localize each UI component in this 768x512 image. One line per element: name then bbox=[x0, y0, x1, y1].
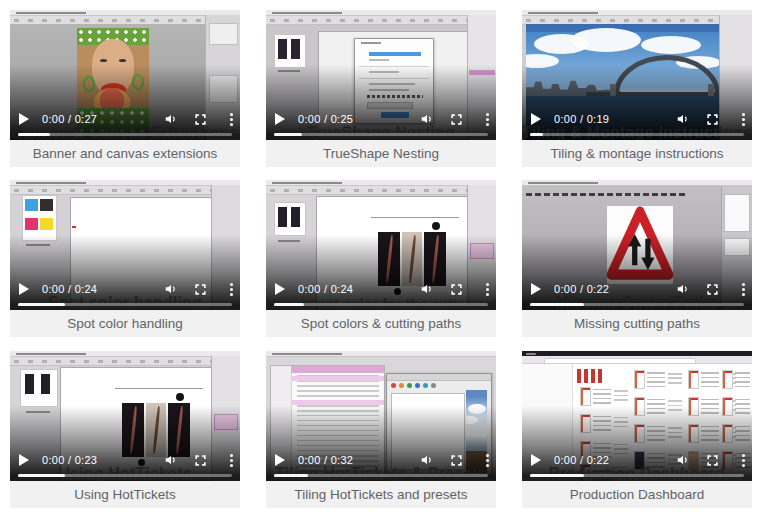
progress-bar[interactable] bbox=[274, 133, 488, 136]
video-caption: Tiling HotTickets and presets bbox=[266, 481, 496, 508]
more-options-icon[interactable] bbox=[482, 111, 492, 127]
progress-bar[interactable] bbox=[530, 133, 744, 136]
video-caption: Spot color handling bbox=[10, 310, 240, 337]
play-icon[interactable] bbox=[531, 283, 541, 295]
video-caption: TrueShape Nesting bbox=[266, 140, 496, 167]
progress-bar[interactable] bbox=[530, 474, 744, 477]
more-options-icon[interactable] bbox=[226, 452, 236, 468]
more-options-icon[interactable] bbox=[738, 111, 748, 127]
time-display: 0:00 / 0:23 bbox=[42, 454, 97, 466]
video-card: TrueShape Nesting 0:00 / 0:25 TrueShape … bbox=[266, 10, 496, 167]
video-player[interactable]: Tiling & Montage Instructions 0:00 / 0:1… bbox=[522, 10, 752, 140]
video-player[interactable]: Banner & Canvas Extensions 0:00 / 0:27 bbox=[10, 10, 240, 140]
fullscreen-icon[interactable] bbox=[449, 453, 464, 468]
video-player[interactable]: Missing Cutter Paths 0:00 / 0:22 bbox=[522, 180, 752, 310]
time-display: 0:00 / 0:27 bbox=[42, 113, 97, 125]
volume-icon[interactable] bbox=[163, 453, 178, 468]
volume-icon[interactable] bbox=[675, 453, 690, 468]
video-player[interactable]: Spot color handling 0:00 / 0:24 bbox=[10, 180, 240, 310]
time-display: 0:00 / 0:24 bbox=[298, 283, 353, 295]
video-caption: Production Dashboard bbox=[522, 481, 752, 508]
play-icon[interactable] bbox=[275, 283, 285, 295]
play-icon[interactable] bbox=[275, 113, 285, 125]
time-display: 0:00 / 0:24 bbox=[42, 283, 97, 295]
progress-bar[interactable] bbox=[530, 303, 744, 306]
video-card: Missing Cutter Paths 0:00 / 0:22 Missing… bbox=[522, 180, 752, 337]
fullscreen-icon[interactable] bbox=[705, 453, 720, 468]
video-player[interactable]: TrueShape Nesting 0:00 / 0:25 bbox=[266, 10, 496, 140]
fullscreen-icon[interactable] bbox=[705, 112, 720, 127]
video-caption: Banner and canvas extensions bbox=[10, 140, 240, 167]
volume-icon[interactable] bbox=[675, 282, 690, 297]
more-options-icon[interactable] bbox=[738, 452, 748, 468]
fullscreen-icon[interactable] bbox=[193, 282, 208, 297]
progress-bar[interactable] bbox=[18, 133, 232, 136]
time-display: 0:00 / 0:32 bbox=[298, 454, 353, 466]
fullscreen-icon[interactable] bbox=[193, 112, 208, 127]
fullscreen-icon[interactable] bbox=[705, 282, 720, 297]
time-display: 0:00 / 0:22 bbox=[554, 283, 609, 295]
time-display: 0:00 / 0:25 bbox=[298, 113, 353, 125]
video-card: Use a spot color for the cutter path 0:0… bbox=[266, 180, 496, 337]
play-icon[interactable] bbox=[531, 454, 541, 466]
volume-icon[interactable] bbox=[419, 453, 434, 468]
play-icon[interactable] bbox=[531, 113, 541, 125]
volume-icon[interactable] bbox=[419, 112, 434, 127]
time-display: 0:00 / 0:22 bbox=[554, 454, 609, 466]
progress-bar[interactable] bbox=[18, 474, 232, 477]
video-player[interactable]: Using HotTickets 0:00 / 0:23 bbox=[10, 351, 240, 481]
progress-bar[interactable] bbox=[274, 303, 488, 306]
video-card: Production Dashboard 0:00 / 0:22 Product… bbox=[522, 351, 752, 508]
play-icon[interactable] bbox=[19, 283, 29, 295]
play-icon[interactable] bbox=[275, 454, 285, 466]
video-player[interactable]: Production Dashboard 0:00 / 0:22 bbox=[522, 351, 752, 481]
volume-icon[interactable] bbox=[675, 112, 690, 127]
video-card: Using HotTickets 0:00 / 0:23 Using HotTi… bbox=[10, 351, 240, 508]
video-caption: Spot colors & cutting paths bbox=[266, 310, 496, 337]
play-icon[interactable] bbox=[19, 454, 29, 466]
fullscreen-icon[interactable] bbox=[449, 282, 464, 297]
progress-bar[interactable] bbox=[18, 303, 232, 306]
progress-bar[interactable] bbox=[274, 474, 488, 477]
video-player[interactable]: Use a spot color for the cutter path 0:0… bbox=[266, 180, 496, 310]
video-player[interactable]: Tiling HotTickets & Presets 0:00 / 0:32 bbox=[266, 351, 496, 481]
volume-icon[interactable] bbox=[163, 282, 178, 297]
video-card: Tiling HotTickets & Presets 0:00 / 0:32 … bbox=[266, 351, 496, 508]
video-card: Tiling & Montage Instructions 0:00 / 0:1… bbox=[522, 10, 752, 167]
volume-icon[interactable] bbox=[163, 112, 178, 127]
more-options-icon[interactable] bbox=[482, 452, 492, 468]
time-display: 0:00 / 0:19 bbox=[554, 113, 609, 125]
more-options-icon[interactable] bbox=[738, 281, 748, 297]
volume-icon[interactable] bbox=[419, 282, 434, 297]
fullscreen-icon[interactable] bbox=[193, 453, 208, 468]
play-icon[interactable] bbox=[19, 113, 29, 125]
video-card: Spot color handling 0:00 / 0:24 Spot col… bbox=[10, 180, 240, 337]
more-options-icon[interactable] bbox=[482, 281, 492, 297]
more-options-icon[interactable] bbox=[226, 281, 236, 297]
video-caption: Tiling & montage instructions bbox=[522, 140, 752, 167]
more-options-icon[interactable] bbox=[226, 111, 236, 127]
fullscreen-icon[interactable] bbox=[449, 112, 464, 127]
video-caption: Missing cutting paths bbox=[522, 310, 752, 337]
video-card: Banner & Canvas Extensions 0:00 / 0:27 B… bbox=[10, 10, 240, 167]
video-caption: Using HotTickets bbox=[10, 481, 240, 508]
